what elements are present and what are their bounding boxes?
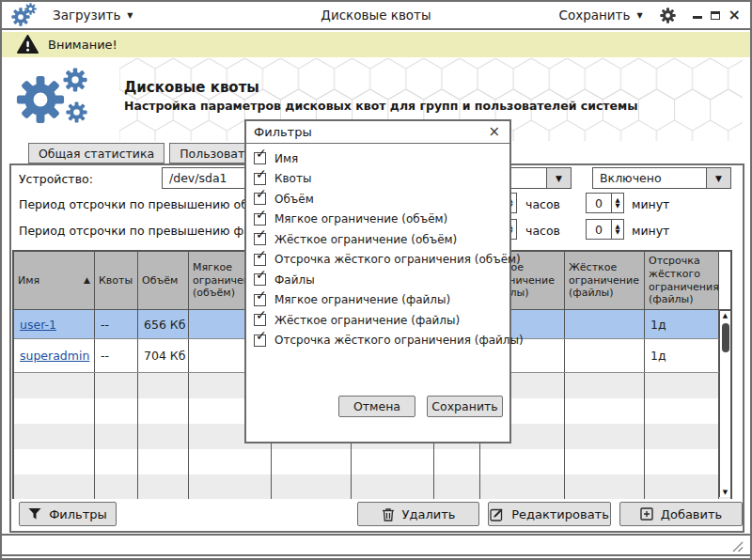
warning-icon [17, 35, 39, 54]
cell-volume: 656 Кб [138, 310, 189, 338]
tab-general-statistics[interactable]: Общая статистика [28, 143, 164, 163]
edit-icon [490, 507, 504, 521]
checkmark-icon: ✓ [256, 308, 267, 321]
cell-name: user-1 [14, 310, 95, 338]
dialog-close-icon[interactable]: × [486, 125, 502, 139]
cell-name: superadmin [14, 339, 95, 372]
user-link[interactable]: superadmin [20, 349, 89, 363]
warning-text: Внимание! [48, 38, 118, 52]
filter-item-hard-files[interactable]: ✓ Жёсткое ограничение (файлы) [254, 310, 502, 331]
column-header-name[interactable]: Имя ▲ [14, 252, 95, 309]
load-menu-button[interactable]: Загрузить ▼ [53, 8, 133, 23]
app-logo-icon [11, 3, 39, 27]
filter-item-soft-volume[interactable]: ✓ Мягкое ограничение (объём) [254, 210, 502, 230]
checkbox-checked[interactable]: ✓ [254, 213, 266, 226]
warning-banner: Внимание! [2, 32, 750, 57]
empty-table-row [14, 474, 730, 499]
checkbox-checked[interactable]: ✓ [254, 193, 266, 205]
minutes-unit-label: минут [632, 224, 669, 238]
column-header-quotas[interactable]: Квоты [95, 252, 138, 309]
quota-state-select[interactable]: Включено ▼ [592, 167, 731, 189]
column-header-volume[interactable]: Объём [138, 252, 189, 309]
scrollbar-thumb[interactable] [722, 323, 729, 352]
filter-item-grace-volume[interactable]: ✓ Отсрочка жёсткого ограничения (объём) [254, 250, 502, 271]
filter-item-name[interactable]: ✓ Имя [254, 148, 502, 169]
filter-item-volume[interactable]: ✓ Объём [254, 189, 502, 210]
checkmark-icon: ✓ [256, 288, 267, 302]
spinner-down-icon[interactable]: ▼ [616, 203, 620, 209]
checkbox-checked[interactable]: ✓ [254, 173, 266, 185]
minimize-icon[interactable] [693, 16, 702, 19]
minutes-unit-label: минут [632, 197, 669, 211]
filter-icon [28, 507, 41, 521]
checkmark-icon: ✓ [256, 187, 267, 200]
dialog-titlebar: Фильтры × [246, 121, 509, 144]
window-close-icon[interactable]: × [728, 8, 741, 23]
checkbox-checked[interactable]: ✓ [254, 233, 266, 245]
cell-grace-files: 1д [645, 339, 719, 372]
delete-button[interactable]: Удалить [357, 502, 479, 526]
column-header-grace-files[interactable]: Отсрочка жёсткого ограничения (файлы) [645, 252, 719, 309]
chevron-down-icon: ▼ [127, 10, 133, 20]
user-link[interactable]: user-1 [20, 318, 56, 332]
sort-ascending-icon: ▲ [84, 275, 90, 286]
checkmark-icon: ✓ [256, 248, 267, 261]
filter-checkbox-list: ✓ Имя ✓ Квоты ✓ Объём ✓ Мягкое ограничен… [246, 144, 509, 350]
filter-item-soft-files[interactable]: ✓ Мягкое ограничение (файлы) [254, 290, 502, 311]
dialog-title: Фильтры [254, 125, 312, 139]
chevron-down-icon[interactable]: ▼ [706, 168, 730, 188]
scroll-up-icon[interactable]: ▲ [720, 312, 730, 319]
add-button[interactable]: Добавить [619, 502, 743, 526]
checkmark-icon: ✓ [256, 268, 267, 281]
checkmark-icon: ✓ [256, 167, 267, 180]
spinner-down-icon[interactable]: ▼ [616, 229, 620, 235]
cell-grace-files: 1д [645, 310, 719, 338]
dialog-save-button[interactable]: Сохранить [427, 396, 503, 417]
filter-item-grace-files[interactable]: ✓ Отсрочка жёсткого ограничения (файлы) [254, 331, 502, 351]
resize-grip-icon[interactable] [730, 540, 744, 552]
maximize-icon[interactable] [711, 11, 720, 20]
checkbox-checked[interactable]: ✓ [254, 254, 266, 266]
checkbox-checked[interactable]: ✓ [254, 294, 266, 306]
quota-state-value: Включено [593, 168, 706, 188]
column-header-hard-files[interactable]: Жёсткое ограничение (файлы) [565, 252, 645, 309]
save-menu-button[interactable]: Сохранить ▼ [559, 8, 643, 23]
titlebar: Загрузить ▼ Дисковые квоты Сохранить ▼ × [2, 2, 750, 30]
dialog-actions: Отмена Сохранить [246, 396, 503, 417]
cancel-button[interactable]: Отмена [338, 396, 415, 417]
checkbox-checked[interactable]: ✓ [254, 334, 266, 347]
page-subtitle: Настройка параметров дисковых квот для г… [124, 99, 638, 113]
cell-hard-files [565, 310, 645, 338]
filter-item-files[interactable]: ✓ Файлы [254, 270, 502, 290]
edit-button[interactable]: Редактировать [488, 502, 611, 526]
filters-button[interactable]: Фильтры [19, 502, 117, 526]
checkbox-checked[interactable]: ✓ [254, 152, 266, 164]
chevron-down-icon[interactable]: ▼ [546, 168, 571, 188]
filters-dialog: Фильтры × ✓ Имя ✓ Квоты ✓ Объём ✓ Мягкое… [244, 119, 511, 443]
cell-quotas: -- [95, 310, 138, 338]
filter-item-hard-volume[interactable]: ✓ Жёсткое ограничение (объём) [254, 229, 502, 250]
app-window: Загрузить ▼ Дисковые квоты Сохранить ▼ × [0, 0, 752, 560]
checkmark-icon: ✓ [256, 329, 267, 342]
filter-item-quotas[interactable]: ✓ Квоты [254, 169, 502, 190]
plus-icon [640, 507, 653, 521]
status-bar [2, 534, 750, 556]
settings-gear-icon[interactable] [660, 8, 676, 23]
checkbox-checked[interactable]: ✓ [254, 273, 266, 286]
files-minutes-spinner[interactable]: 0 ▲ ▼ [586, 219, 624, 240]
checkmark-icon: ✓ [256, 208, 267, 221]
volume-minutes-spinner[interactable]: 0 ▲ ▼ [586, 193, 624, 213]
app-logo-large-icon [14, 66, 101, 126]
scroll-down-icon[interactable]: ▼ [720, 489, 730, 496]
cell-hard-files [565, 339, 645, 372]
empty-table-row [14, 449, 730, 474]
hours-unit-label: часов [525, 224, 560, 238]
checkbox-checked[interactable]: ✓ [254, 314, 266, 326]
checkmark-icon: ✓ [256, 147, 267, 160]
vertical-scrollbar[interactable]: ▲ ▼ [719, 310, 730, 497]
trash-icon [382, 507, 395, 521]
hours-unit-label: часов [525, 197, 560, 211]
cell-quotas: -- [95, 339, 138, 372]
device-label: Устройство: [19, 172, 93, 186]
page-title: Дисковые квоты [124, 79, 259, 96]
